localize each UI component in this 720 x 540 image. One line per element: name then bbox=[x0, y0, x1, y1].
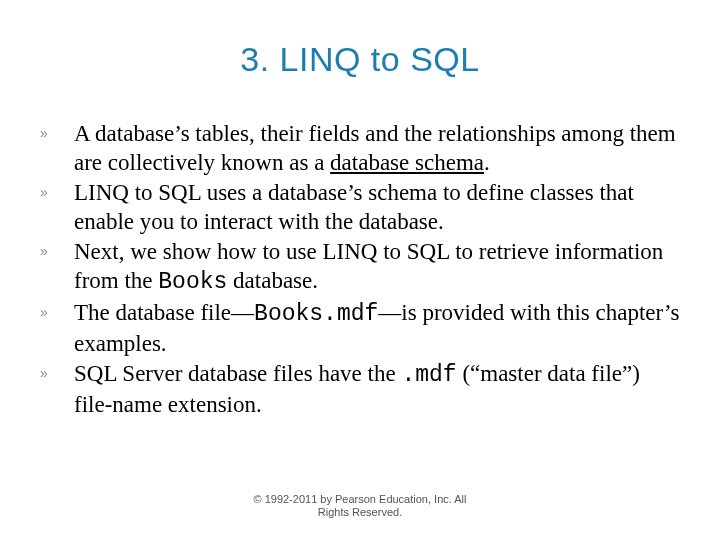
underlined-term: database schema bbox=[330, 150, 484, 175]
bullet-text: Next, we show how to use LINQ to SQL to … bbox=[74, 237, 680, 298]
bullet-marker-icon: » bbox=[40, 237, 74, 298]
text-segment: The database file— bbox=[74, 300, 254, 325]
bullet-item: » The database file—Books.mdf—is provide… bbox=[40, 298, 680, 359]
bullet-marker-icon: » bbox=[40, 298, 74, 359]
copyright-footer: © 1992-2011 by Pearson Education, Inc. A… bbox=[0, 493, 720, 521]
bullet-item: » A database’s tables, their fields and … bbox=[40, 119, 680, 178]
footer-line: © 1992-2011 by Pearson Education, Inc. A… bbox=[254, 493, 467, 505]
code-term: .mdf bbox=[401, 362, 456, 388]
text-segment: database. bbox=[227, 268, 318, 293]
bullet-text: SQL Server database files have the .mdf … bbox=[74, 359, 680, 420]
code-term: Books.mdf bbox=[254, 301, 378, 327]
bullet-marker-icon: » bbox=[40, 119, 74, 178]
slide-title: 3. LINQ to SQL bbox=[40, 40, 680, 79]
text-segment: . bbox=[484, 150, 490, 175]
text-segment: SQL Server database files have the bbox=[74, 361, 401, 386]
bullet-item: » SQL Server database files have the .md… bbox=[40, 359, 680, 420]
bullet-text: LINQ to SQL uses a database’s schema to … bbox=[74, 178, 680, 237]
slide: 3. LINQ to SQL » A database’s tables, th… bbox=[0, 0, 720, 540]
bullet-item: » Next, we show how to use LINQ to SQL t… bbox=[40, 237, 680, 298]
footer-line: Rights Reserved. bbox=[318, 506, 402, 518]
slide-body: » A database’s tables, their fields and … bbox=[40, 119, 680, 419]
bullet-text: The database file—Books.mdf—is provided … bbox=[74, 298, 680, 359]
bullet-marker-icon: » bbox=[40, 359, 74, 420]
code-term: Books bbox=[158, 269, 227, 295]
bullet-text: A database’s tables, their fields and th… bbox=[74, 119, 680, 178]
bullet-item: » LINQ to SQL uses a database’s schema t… bbox=[40, 178, 680, 237]
bullet-marker-icon: » bbox=[40, 178, 74, 237]
